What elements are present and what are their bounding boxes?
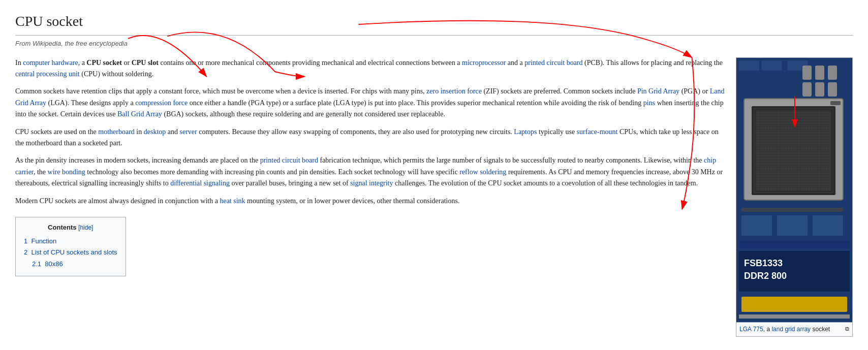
link-lga[interactable]: Land Grid Array <box>15 87 724 106</box>
link-chip-carrier[interactable]: chip carrier <box>15 156 716 175</box>
svg-text:DDR2 800: DDR2 800 <box>744 271 787 281</box>
link-microprocessor[interactable]: microprocessor <box>462 59 506 67</box>
paragraph-2: Common sockets have retention clips that… <box>15 86 726 120</box>
contents-list: 1 Function 2 List of CPU sockets and slo… <box>24 236 117 270</box>
contents-heading: Contents <box>48 224 76 231</box>
infobox-image: FSB1333 DDR2 800 LGA 775, a land grid ar… <box>736 57 853 337</box>
svg-rect-86 <box>741 297 847 312</box>
expand-icon[interactable]: ⧉ <box>845 325 849 334</box>
link-differential-signaling[interactable]: differential signaling <box>170 179 230 187</box>
link-printed-circuit-board[interactable]: printed circuit board <box>524 59 582 67</box>
cpu-socket-image: FSB1333 DDR2 800 <box>736 58 852 322</box>
paragraph-4: As the pin density increases in modern s… <box>15 155 726 189</box>
svg-rect-6 <box>815 66 824 80</box>
link-motherboard[interactable]: motherboard <box>98 128 135 136</box>
contents-hide-link[interactable]: [hide] <box>78 224 93 231</box>
svg-rect-12 <box>830 101 841 105</box>
svg-rect-10 <box>828 82 837 97</box>
page-title: CPU socket <box>15 10 853 36</box>
link-computer-hardware[interactable]: computer hardware <box>23 59 78 67</box>
page-wrapper: CPU socket From Wikipedia, the free ency… <box>15 10 853 337</box>
intro-paragraph: In computer hardware, a CPU socket or CP… <box>15 57 726 80</box>
link-reflow-soldering[interactable]: reflow soldering <box>459 168 506 176</box>
paragraph-3: CPU sockets are used on the motherboard … <box>15 126 726 149</box>
main-content: In computer hardware, a CPU socket or CP… <box>15 57 853 337</box>
svg-rect-8 <box>802 82 812 97</box>
link-bga[interactable]: Ball Grid Array <box>117 110 162 118</box>
link-central-processing-unit[interactable]: central processing unit <box>15 70 80 78</box>
term-cpu-socket: CPU socket <box>86 59 122 67</box>
paragraph-5: Modern CPU sockets are almost always des… <box>15 196 726 207</box>
link-compression-force[interactable]: compression force <box>135 99 188 107</box>
link-signal-integrity[interactable]: signal integrity <box>350 179 393 187</box>
cpu-image-svg: FSB1333 DDR2 800 <box>736 58 852 322</box>
link-zero-insertion-force[interactable]: zero insertion force <box>426 87 482 95</box>
link-server[interactable]: server <box>180 128 197 136</box>
link-surface-mount[interactable]: surface-mount <box>577 128 618 136</box>
caption-link-lga775[interactable]: LGA 775 <box>739 326 763 333</box>
svg-rect-81 <box>813 215 843 236</box>
svg-rect-82 <box>739 241 850 248</box>
contents-title: Contents [hide] <box>24 222 117 233</box>
contents-link-function[interactable]: 1 Function <box>24 237 56 245</box>
contents-box: Contents [hide] 1 Function 2 List of CPU… <box>15 217 126 276</box>
link-heat-sink[interactable]: heat sink <box>220 197 245 205</box>
page-subtitle: From Wikipedia, the free encyclopedia <box>15 39 853 49</box>
link-pga[interactable]: Pin Grid Array <box>637 87 679 95</box>
link-desktop[interactable]: desktop <box>144 128 166 136</box>
svg-rect-78 <box>741 208 843 212</box>
svg-rect-79 <box>741 215 772 236</box>
text-content: In computer hardware, a CPU socket or CP… <box>15 57 726 337</box>
svg-rect-5 <box>802 66 812 80</box>
link-wire-bonding[interactable]: wire bonding <box>48 168 85 176</box>
svg-rect-3 <box>762 60 782 71</box>
link-pcb-fab[interactable]: printed circuit board <box>260 156 318 164</box>
link-pins[interactable]: pins <box>643 99 655 107</box>
contents-link-list[interactable]: 2 List of CPU sockets and slots <box>24 248 117 256</box>
contents-item-2-1: 2.1 80x86 <box>32 259 117 270</box>
svg-text:FSB1333: FSB1333 <box>744 258 783 268</box>
svg-rect-2 <box>739 60 759 71</box>
caption-link-land-grid-array[interactable]: land grid array <box>771 326 811 333</box>
svg-rect-7 <box>828 66 837 80</box>
svg-rect-9 <box>815 82 824 97</box>
link-laptops[interactable]: Laptops <box>514 128 537 136</box>
contents-item-1: 1 Function <box>24 236 117 247</box>
image-caption: LGA 775, a land grid array socket ⧉ <box>736 322 852 336</box>
term-cpu-slot: CPU slot <box>132 59 159 67</box>
svg-rect-87 <box>739 314 850 319</box>
contents-link-80x86[interactable]: 2.1 80x86 <box>32 260 63 268</box>
svg-rect-80 <box>777 215 808 236</box>
contents-item-2: 2 List of CPU sockets and slots <box>24 247 117 258</box>
